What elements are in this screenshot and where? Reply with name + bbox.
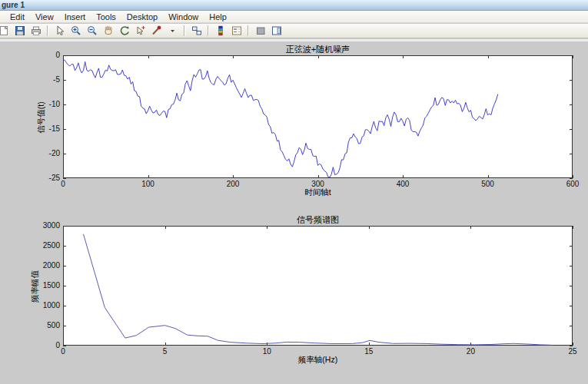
spectrum-plot-area[interactable]: [63, 226, 573, 346]
menu-item-view[interactable]: View: [30, 12, 59, 22]
toolbar-separator: [47, 25, 48, 36]
print-icon: [30, 25, 42, 37]
menu-item-window[interactable]: Window: [163, 12, 204, 22]
data-cursor-button[interactable]: [132, 24, 148, 38]
save-icon: [14, 25, 26, 37]
toolbar-separator: [208, 25, 209, 36]
signal-x-axis-label: 时间轴t: [63, 187, 573, 198]
y-tick-label: -25: [32, 174, 60, 182]
y-tick-label: 2500: [32, 242, 60, 250]
spectrum-chart: 信号频谱图 频率轴(Hz) 频率幅值 051015202505001000150…: [63, 226, 573, 346]
toolbar-group: [252, 24, 284, 38]
x-tick-label: 5: [150, 348, 181, 356]
x-tick-label: 100: [133, 180, 164, 188]
brush-dropdown-button[interactable]: [164, 24, 181, 38]
save-button[interactable]: [12, 24, 28, 38]
x-tick-label: 10: [251, 348, 282, 356]
toolbar-group: [0, 24, 44, 38]
x-tick-label: 400: [387, 180, 418, 188]
brush-dropdown-icon: [170, 25, 175, 37]
y-tick-label: 1500: [32, 282, 60, 290]
colorbar-button[interactable]: [212, 24, 228, 38]
signal-chart-title: 正弦波+随机噪声: [63, 44, 573, 55]
y-tick-label: 0: [32, 51, 60, 59]
edit-plot-button[interactable]: [51, 24, 68, 38]
toolbar-group: [188, 24, 204, 38]
spectrum-x-axis-label: 频率轴(Hz): [63, 355, 573, 366]
menu-item-desktop[interactable]: Desktop: [121, 12, 163, 22]
x-tick-label: 20: [455, 348, 486, 356]
link-plot-icon: [191, 25, 203, 37]
brush-icon: [151, 25, 163, 37]
figure-window: gure 1 EditViewInsertToolsDesktopWindowH…: [0, 0, 588, 384]
pan-button[interactable]: [100, 24, 116, 38]
spectrum-chart-title: 信号频谱图: [63, 214, 573, 226]
y-tick-label: -5: [32, 76, 60, 84]
toolbar-separator: [247, 25, 249, 36]
brush-button[interactable]: [148, 24, 164, 38]
zoom-in-icon: [70, 25, 82, 37]
rotate-3d-button[interactable]: [116, 24, 132, 38]
print-button[interactable]: [28, 24, 44, 38]
x-tick-label: 500: [473, 180, 503, 188]
legend-button[interactable]: [228, 24, 244, 38]
zoom-out-button[interactable]: [84, 24, 100, 38]
signal-plot-area[interactable]: [63, 55, 573, 178]
figure-canvas: 正弦波+随机噪声 时间轴t 信号值(t) 0100200300400500600…: [0, 41, 588, 384]
zoom-in-button[interactable]: [68, 24, 84, 38]
data-cursor-icon: [135, 25, 147, 37]
y-tick-label: -10: [32, 101, 60, 108]
new-figure-icon: [0, 25, 10, 37]
rotate-3d-icon: [118, 25, 131, 37]
y-tick-label: 0: [32, 342, 60, 349]
menu-item-insert[interactable]: Insert: [59, 12, 91, 22]
x-tick-label: 300: [303, 180, 334, 188]
x-tick-label: 200: [218, 180, 248, 188]
hide-plot-tools-icon: [254, 25, 267, 37]
x-tick-label: 15: [354, 348, 384, 356]
y-tick-label: 1000: [32, 302, 60, 310]
signal-chart: 正弦波+随机噪声 时间轴t 信号值(t) 0100200300400500600…: [63, 55, 573, 178]
zoom-out-icon: [86, 25, 98, 37]
legend-icon: [231, 25, 243, 37]
menu-bar: EditViewInsertToolsDesktopWindowHelp: [0, 11, 588, 23]
pan-icon: [102, 25, 115, 37]
x-tick-label: 600: [557, 180, 588, 188]
menu-item-tools[interactable]: Tools: [91, 12, 121, 22]
toolbar-group: [51, 24, 181, 38]
colorbar-icon: [214, 25, 227, 37]
data-line: [84, 234, 553, 346]
x-tick-label: 25: [557, 348, 588, 356]
edit-plot-icon: [54, 25, 66, 37]
y-tick-label: 2000: [32, 262, 60, 270]
toolbar-group: [212, 24, 244, 38]
y-tick-label: -20: [32, 150, 60, 157]
y-tick-label: -15: [32, 125, 60, 133]
toolbar: [0, 24, 588, 38]
show-plot-tools-button[interactable]: [268, 24, 284, 38]
link-plot-button[interactable]: [188, 24, 204, 38]
y-tick-label: 500: [32, 322, 60, 329]
title-bar[interactable]: gure 1: [0, 0, 588, 11]
hide-plot-tools-button[interactable]: [252, 24, 268, 38]
y-tick-label: 3000: [32, 222, 60, 230]
menu-item-help[interactable]: Help: [204, 12, 232, 22]
window-title: gure 1: [2, 1, 25, 9]
show-plot-tools-icon: [271, 25, 283, 37]
toolbar-separator: [184, 25, 185, 36]
new-figure-button[interactable]: [0, 24, 12, 38]
menu-item-edit[interactable]: Edit: [5, 12, 30, 22]
data-line: [63, 60, 498, 177]
